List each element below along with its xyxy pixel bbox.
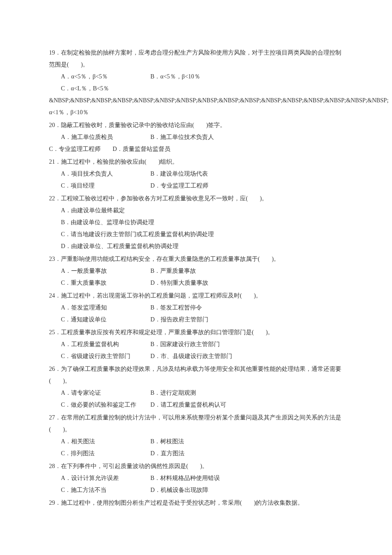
question-stem: 21．施工过程中，检验批的验收应由( )组织。 [49, 156, 343, 168]
question-stem: 24．施工过程中，若出现需返工弥补的工程质量问题，监理工程师应及时( )。 [49, 290, 343, 302]
option-row: C．施工方法不当D．机械设备出现故障 [49, 484, 343, 496]
option-row: C．项目经理D．专业监理工工程师 [49, 180, 343, 192]
question-24: 24．施工过程中，若出现需返工弥补的工程质量问题，监理工程师应及时( )。A．签… [49, 290, 343, 326]
option-c: C．做必要的试验和鉴定工作 [61, 399, 150, 411]
question-23: 23．严重影响使用功能或工程结构安全，存在重大质量隐患的工程质量事故属于( )。… [49, 253, 343, 289]
option-row: A．设计计算允许误差B．材料规格品种使用错误 [49, 472, 343, 484]
option-row: A．签发监理通知B．签发工程暂停令 [49, 302, 343, 314]
option-b: B．国家建设行政主管部门 [150, 338, 220, 350]
option-b: B．进行定期观测 [150, 387, 196, 399]
option: A．由建设单位最终裁定 [49, 205, 343, 217]
option-a: A．设计计算允许误差 [61, 472, 150, 484]
question-22: 22．工程竣工验收过程中，参加验收各方对工程质量验收意见不一致时，应( )。A．… [49, 193, 343, 252]
question-stem: 29．施工过程中，使用控制图分析生产过程是否处于受控状态时，常采用( )的方法收… [49, 497, 343, 509]
question-26: 26．为了确保工程质量事故的处理效果，凡涉及结构承载力等使用安全和其他重要性能的… [49, 363, 343, 411]
option-c: C．α<L％，B<5％ [61, 83, 150, 95]
option-row: C．省级建设行政主管部门D．市、县级建设行政主管部门 [49, 350, 343, 362]
question-stem: 20．隐蔽工程验收时，质量验收记录中的验收结论应由( )签字。 [49, 119, 343, 131]
option-d: D．直方图法 [150, 448, 184, 460]
question-stem: 19．在制定检验批的抽样方案时，应考虑合理分配生产方风险和使用方风险，对于主控项… [49, 47, 343, 71]
option-row: A．施工单位质检员B．施工单位技术负责人 [49, 131, 343, 143]
question-29: 29．施工过程中，使用控制图分析生产过程是否处于受控状态时，常采用( )的方法收… [49, 497, 343, 509]
question-stem: 23．严重影响使用功能或工程结构安全，存在重大质量隐患的工程质量事故属于( )。 [49, 253, 343, 265]
question-stem: 26．为了确保工程质量事故的处理效果，凡涉及结构承载力等使用安全和其他重要性能的… [49, 363, 343, 387]
option: B．由建设单位、监理单位协调处理 [49, 217, 343, 228]
option-a: A．施工单位质检员 [61, 131, 150, 143]
option-a: A．项目技术负责人 [61, 168, 150, 180]
option-c: C．项目经理 [61, 180, 150, 192]
question-20: 20．隐蔽工程验收时，质量验收记录中的验收结论应由( )签字。A．施工单位质检员… [49, 119, 343, 155]
option-row: A．项目技术负责人B．建设单位现场代表 [49, 168, 343, 180]
option-row: C．专业监理工程师 D．质量监督站监督员 [49, 143, 343, 155]
option-row: A．α<5％，β<5％B．α<5％，β<10％ [49, 71, 343, 83]
document-body: 19．在制定检验批的抽样方案时，应考虑合理分配生产方风险和使用方风险，对于主控项… [49, 47, 343, 509]
question-stem: 25．工程质量事故应按有关程序和规定处理，严重质量事故的归口管理部门是( )。 [49, 327, 343, 338]
option-row: A．相关图法B．树枝图法 [49, 436, 343, 448]
option-row: C．排列图法D．直方图法 [49, 448, 343, 460]
option-b: B．严重质量事故 [150, 265, 196, 277]
option-a: A．相关图法 [61, 436, 150, 448]
option-b: B．建设单位现场代表 [150, 168, 208, 180]
option-a: A．工程质量监督机构 [61, 338, 150, 350]
option-c: C．通知建设单位 [61, 314, 150, 326]
question-stem: 27．在常用的工程质量控制的统计方法中，可以用来系统整理分析某个质量问题及其产生… [49, 412, 343, 436]
option-b: B．树枝图法 [150, 436, 184, 448]
option-a: A．请专家论证 [61, 387, 150, 399]
option: D．由建设单位、工程质量监督机构协调处理 [49, 240, 343, 252]
option-b: B．材料规格品种使用错误 [150, 472, 220, 484]
question-21: 21．施工过程中，检验批的验收应由( )组织。A．项目技术负责人B．建设单位现场… [49, 156, 343, 192]
option-b: B．施工单位技术负责人 [150, 131, 214, 143]
option-c: C．施工方法不当 [61, 484, 150, 496]
question-stem: 28．在下列事件中，可引起质量波动的偶然性原因是( )。 [49, 460, 343, 472]
option-d: D．机械设备出现故障 [150, 484, 208, 496]
option-d: D．请工程质量监督机构认可 [150, 399, 226, 411]
option-d: D．报告政府主管部门 [150, 314, 208, 326]
question-27: 27．在常用的工程质量控制的统计方法中，可以用来系统整理分析某个质量问题及其产生… [49, 412, 343, 460]
option-row: A．请专家论证B．进行定期观测 [49, 387, 343, 399]
option-c: C．省级建设行政主管部门 [61, 350, 150, 362]
question-stem: 22．工程竣工验收过程中，参加验收各方对工程质量验收意见不一致时，应( )。 [49, 193, 343, 205]
option-d: D．专业监理工工程师 [150, 180, 208, 192]
nbsp-line: &NBSP;&NBSP;&NBSP;&NBSP;&NBSP;&NBSP;&NBS… [49, 95, 343, 119]
option-d: D．特别重大质量事故 [150, 277, 208, 289]
option-row: A．一般质量事故B．严重质量事故 [49, 265, 343, 277]
option-a: A．签发监理通知 [61, 302, 150, 314]
option-c: C．重大质量事故 [61, 277, 150, 289]
option-row: C．重大质量事故D．特别重大质量事故 [49, 277, 343, 289]
option: C．请当地建设行政主管部门或工程质量监督机构协调处理 [49, 228, 343, 240]
option-b: B．α<5％，β<10％ [150, 71, 200, 83]
option-a: A．α<5％，β<5％ [61, 71, 150, 83]
option-b: B．签发工程暂停令 [150, 302, 202, 314]
option-a: A．一般质量事故 [61, 265, 150, 277]
question-25: 25．工程质量事故应按有关程序和规定处理，严重质量事故的归口管理部门是( )。A… [49, 327, 343, 362]
option-row: C．α<L％，B<5％ [49, 83, 343, 95]
option-row: C．做必要的试验和鉴定工作D．请工程质量监督机构认可 [49, 399, 343, 411]
option-d: D．市、县级建设行政主管部门 [150, 350, 232, 362]
question-28: 28．在下列事件中，可引起质量波动的偶然性原因是( )。A．设计计算允许误差B．… [49, 460, 343, 496]
question-19: 19．在制定检验批的抽样方案时，应考虑合理分配生产方风险和使用方风险，对于主控项… [49, 47, 343, 119]
option-c: C．排列图法 [61, 448, 150, 460]
option-row: A．工程质量监督机构B．国家建设行政主管部门 [49, 338, 343, 350]
option-row: C．通知建设单位D．报告政府主管部门 [49, 314, 343, 326]
